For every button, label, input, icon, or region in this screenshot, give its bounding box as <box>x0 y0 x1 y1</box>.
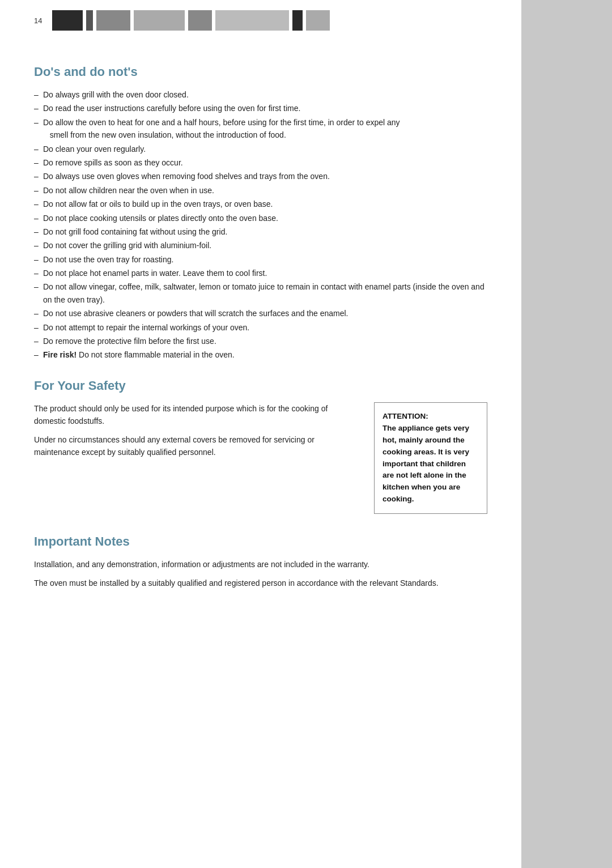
list-item-fire-risk: Fire risk! Do not store flammable materi… <box>34 348 487 361</box>
safety-section: For Your Safety The product should only … <box>34 378 487 514</box>
dos-section: Do's and do not's Do always grill with t… <box>34 65 487 361</box>
attention-box: ATTENTION: The appliance gets very hot, … <box>374 402 487 514</box>
header-block-1 <box>52 10 83 31</box>
list-item: Do not use abrasive cleaners or powders … <box>34 307 487 320</box>
attention-label: ATTENTION: <box>382 412 428 420</box>
list-item: Do not place hot enamel parts in water. … <box>34 267 487 279</box>
header-block-6 <box>215 10 289 31</box>
list-item: Do remove the protective film before the… <box>34 335 487 347</box>
header-block-7 <box>292 10 303 31</box>
important-notes-section: Important Notes Installation, and any de… <box>34 534 487 589</box>
dos-list: Do always grill with the oven door close… <box>34 88 487 361</box>
safety-two-col: The product should only be used for its … <box>34 402 487 514</box>
safety-main-col: The product should only be used for its … <box>34 402 360 465</box>
important-notes-para2: The oven must be installed by a suitably… <box>34 577 487 589</box>
dos-title: Do's and do not's <box>34 65 487 79</box>
header-bar: 14 <box>34 0 487 48</box>
list-item: Do always grill with the oven door close… <box>34 88 487 101</box>
list-item: Do not allow children near the oven when… <box>34 184 487 197</box>
list-item: Do always use oven gloves when removing … <box>34 170 487 182</box>
page-number: 14 <box>34 16 45 25</box>
header-block-4 <box>134 10 185 31</box>
list-item: Do not use the oven tray for roasting. <box>34 253 487 266</box>
list-item: Do not allow fat or oils to build up in … <box>34 198 487 210</box>
safety-title: For Your Safety <box>34 378 487 393</box>
right-sidebar <box>521 0 612 868</box>
header-block-3 <box>96 10 130 31</box>
important-notes-title: Important Notes <box>34 534 487 549</box>
safety-para1: The product should only be used for its … <box>34 402 360 428</box>
list-item: Do read the user instructions carefully … <box>34 102 487 114</box>
list-item: Do remove spills as soon as they occur. <box>34 156 487 169</box>
fire-risk-label: Fire risk! <box>43 350 76 359</box>
list-item: Do not cover the grilling grid with alum… <box>34 239 487 252</box>
header-block-5 <box>188 10 212 31</box>
attention-text: The appliance gets very hot, mainly arou… <box>382 424 469 504</box>
safety-sidebar-col: ATTENTION: The appliance gets very hot, … <box>374 402 487 514</box>
header-block-2 <box>86 10 93 31</box>
safety-para2: Under no circumstances should any extern… <box>34 433 360 459</box>
list-item: Do not place cooking utensils or plates … <box>34 212 487 224</box>
list-item: Do not grill food containing fat without… <box>34 225 487 238</box>
fire-risk-text: Do not store flammable material in the o… <box>76 350 235 359</box>
important-notes-para1: Installation, and any demonstration, inf… <box>34 558 487 571</box>
list-item: Do allow the oven to heat for one and a … <box>34 116 487 142</box>
list-item: Do clean your oven regularly. <box>34 143 487 155</box>
list-item: Do not attempt to repair the internal wo… <box>34 321 487 334</box>
header-block-8 <box>306 10 330 31</box>
list-item: Do not allow vinegar, coffee, milk, salt… <box>34 280 487 306</box>
